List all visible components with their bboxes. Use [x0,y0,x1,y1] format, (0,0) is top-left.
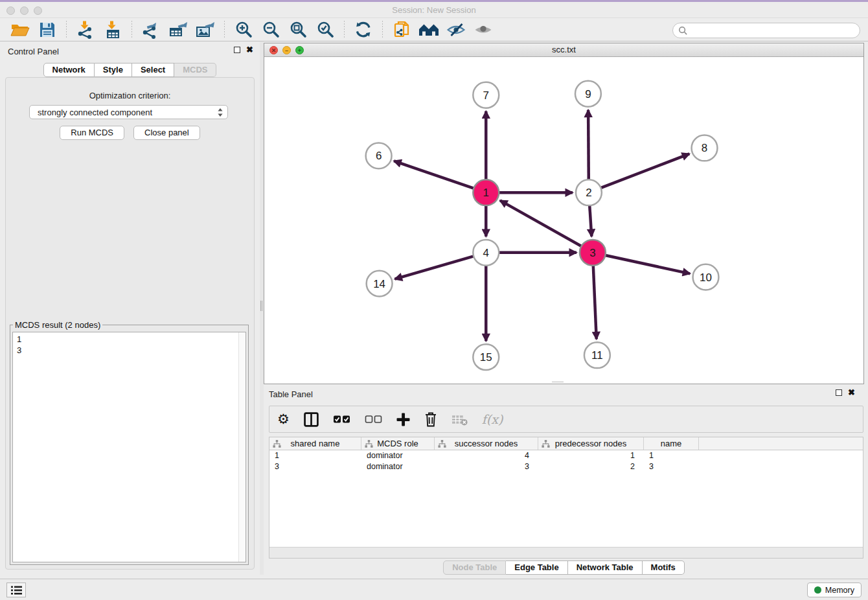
cell-name: 1 [644,450,699,461]
graph-node-label: 7 [483,89,489,102]
search-input[interactable] [691,24,860,37]
graph-node-11[interactable]: 11 [584,342,610,368]
function-builder-icon[interactable]: f(x) [482,410,503,429]
toolbar-separator [131,21,132,39]
first-neighbors-icon[interactable] [418,20,440,40]
deselect-all-rows-icon[interactable] [365,410,382,429]
duplicate-network-icon[interactable] [391,20,413,40]
zoom-in-icon[interactable] [233,20,255,40]
float-table-panel-icon[interactable] [836,389,842,396]
graph-node-14[interactable]: 14 [367,271,393,297]
mcds-panel: Optimization criterion: strongly connect… [5,77,255,570]
graph-node-label: 11 [591,349,603,362]
column-label: name [661,439,682,448]
close-panel-button[interactable]: Close panel [133,126,200,140]
import-network-icon[interactable] [74,20,97,40]
toolbar-separator [382,21,383,39]
column-header-mcds-role[interactable]: MCDS role [361,437,435,450]
show-all-icon[interactable] [472,20,494,40]
table-settings-gear-icon[interactable]: ⚙ [277,410,290,429]
run-mcds-button[interactable]: Run MCDS [60,126,124,140]
criterion-select[interactable]: strongly connected component [29,105,228,119]
main-toolbar [0,17,868,41]
create-column-plus-icon[interactable] [396,410,410,429]
graph-edge-3-10[interactable] [593,253,690,274]
table-toolbar: ⚙ f(x) [269,406,863,433]
column-header-predecessor-nodes[interactable]: predecessor nodes [538,437,644,450]
cell-mcds-role: dominator [361,461,435,472]
cell-mcds-role: dominator [361,450,435,461]
save-session-icon[interactable] [36,20,58,40]
delete-table-icon[interactable] [451,410,468,429]
graph-node-4[interactable]: 4 [473,240,499,266]
control-panel-header: Control Panel ✖ [0,45,260,58]
tab-select[interactable]: Select [132,63,174,77]
tab-mcds[interactable]: MCDS [174,63,216,77]
graph-node-8[interactable]: 8 [692,135,718,161]
zoom-fit-icon[interactable] [287,20,309,40]
select-all-rows-icon[interactable] [333,410,350,429]
result-scrollbar[interactable] [238,332,246,562]
column-label: successor nodes [455,439,518,448]
graph-edge-2-8[interactable] [589,154,689,192]
graph-edge-1-6[interactable] [394,161,486,192]
graph-node-9[interactable]: 9 [575,81,601,107]
tab-style[interactable]: Style [95,63,132,77]
node-table: shared name MCDS role successor nodes pr… [269,437,863,559]
export-image-icon[interactable] [194,20,216,40]
result-line: 3 [13,345,246,356]
graph-node-1[interactable]: 1 [473,179,499,205]
column-header-shared-name[interactable]: shared name [269,437,361,450]
zoom-out-icon[interactable] [260,20,282,40]
criterion-select-value: strongly connected component [38,108,217,117]
export-network-icon[interactable] [140,20,162,40]
graph-edge-3-1[interactable] [500,200,593,252]
refresh-view-icon[interactable] [352,20,374,40]
graph-node-15[interactable]: 15 [473,344,499,370]
search-box[interactable] [672,23,860,38]
graph-node-label: 8 [702,142,707,154]
tab-motifs[interactable]: Motifs [643,560,685,575]
graph-node-2[interactable]: 2 [576,179,602,205]
graph-node-7[interactable]: 7 [473,82,499,108]
table-row[interactable]: 3 dominator 3 2 3 [269,461,863,472]
column-header-name[interactable]: name [644,437,699,450]
graph-node-label: 9 [585,88,591,100]
close-table-panel-icon[interactable]: ✖ [848,389,855,396]
import-table-icon[interactable] [102,20,124,40]
hierarchy-icon [273,440,281,448]
column-visibility-icon[interactable] [304,410,319,429]
close-panel-icon[interactable]: ✖ [246,47,253,53]
cell-shared-name: 1 [269,450,361,461]
graph-node-6[interactable]: 6 [366,143,392,168]
tab-network[interactable]: Network [43,63,95,77]
tab-edge-table[interactable]: Edge Table [506,560,567,575]
graph-node-10[interactable]: 10 [693,264,719,290]
hierarchy-icon [365,440,373,448]
network-canvas[interactable]: 7968124314101511 [264,57,863,384]
graph-node-label: 3 [589,247,595,259]
zoom-selected-icon[interactable] [314,20,336,40]
control-panel: Control Panel ✖ Network Style Select MCD… [0,41,260,575]
table-horizontal-scrollbar[interactable] [269,547,863,558]
open-session-icon[interactable] [9,20,31,40]
control-panel-tabs: Network Style Select MCDS [0,63,260,77]
graph-node-label: 15 [480,351,492,363]
cell-predecessor-nodes: 1 [538,450,644,461]
table-row[interactable]: 1 dominator 4 1 1 [269,450,863,461]
tab-network-table[interactable]: Network Table [568,560,643,575]
memory-button[interactable]: Memory [807,583,862,597]
float-panel-icon[interactable] [234,47,240,53]
hide-selected-icon[interactable] [445,20,467,40]
export-table-icon[interactable] [167,20,189,40]
task-history-button[interactable] [6,583,26,597]
graph-node-label: 10 [700,271,712,284]
graph-node-3[interactable]: 3 [580,240,606,266]
tab-node-table[interactable]: Node Table [443,560,506,575]
column-header-successor-nodes[interactable]: successor nodes [435,437,538,450]
cell-shared-name: 3 [269,461,361,472]
hierarchy-icon [438,440,446,448]
delete-column-trash-icon[interactable] [424,410,437,429]
graph-edge-4-14[interactable] [395,253,486,279]
mcds-result-text[interactable]: 1 3 [12,332,246,562]
